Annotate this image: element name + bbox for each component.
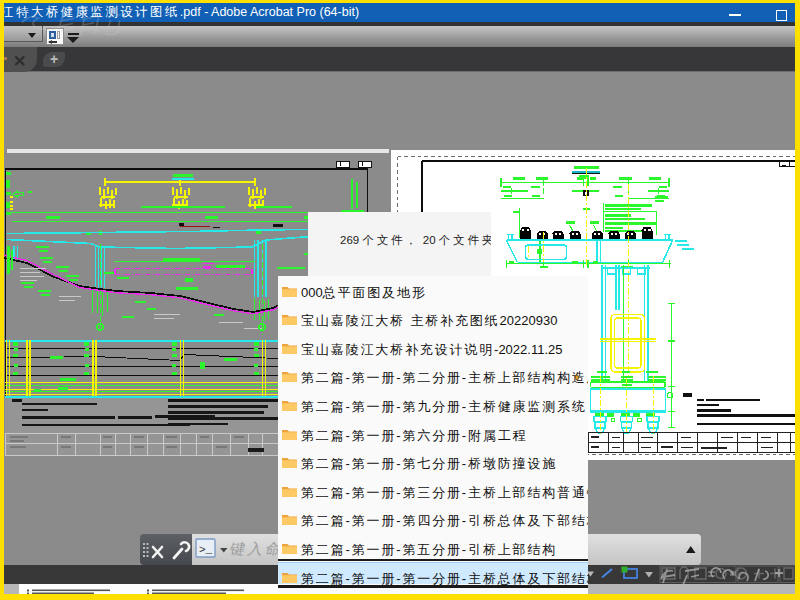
svg-text:>_: >_ [199,544,213,556]
